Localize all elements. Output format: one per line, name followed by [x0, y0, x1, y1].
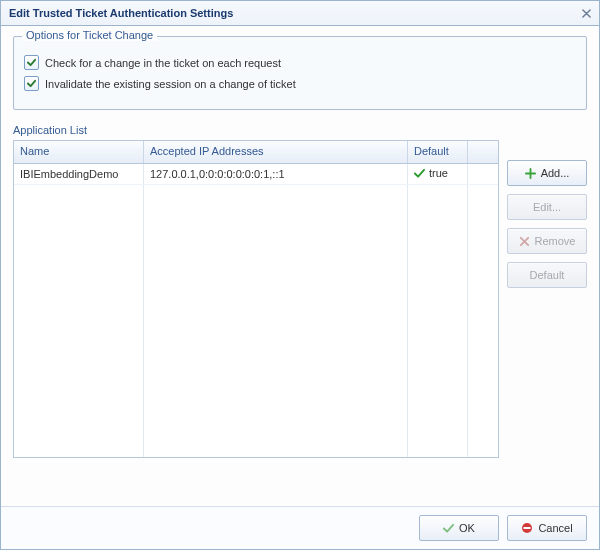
close-icon[interactable] [579, 6, 593, 20]
application-area: Name Accepted IP Addresses Default IBIEm… [13, 140, 587, 458]
options-group: Options for Ticket Change Check for a ch… [13, 36, 587, 110]
application-list-label: Application List [13, 124, 587, 136]
side-buttons: Add... Edit... Remove Default [507, 140, 587, 458]
dialog-footer: OK Cancel [1, 506, 599, 549]
cell-default: true [408, 167, 468, 181]
cell-name: IBIEmbeddingDemo [14, 168, 144, 180]
edit-button-label: Edit... [533, 201, 561, 213]
options-legend: Options for Ticket Change [22, 29, 157, 41]
checkbox-checked-icon[interactable] [24, 55, 39, 70]
check-icon [443, 523, 454, 534]
stop-icon [521, 522, 533, 534]
check-icon [414, 168, 425, 179]
col-header-ip[interactable]: Accepted IP Addresses [144, 141, 408, 163]
remove-button[interactable]: Remove [507, 228, 587, 254]
cancel-button-label: Cancel [538, 522, 572, 534]
check-row-invalidate[interactable]: Invalidate the existing session on a cha… [24, 76, 576, 91]
cancel-button[interactable]: Cancel [507, 515, 587, 541]
add-button-label: Add... [541, 167, 570, 179]
dialog-window: Edit Trusted Ticket Authentication Setti… [0, 0, 600, 550]
check-label-change: Check for a change in the ticket on each… [45, 57, 281, 69]
plus-icon [525, 168, 536, 179]
remove-button-label: Remove [535, 235, 576, 247]
svg-rect-1 [524, 527, 531, 529]
default-button-label: Default [530, 269, 565, 281]
cell-ip: 127.0.0.1,0:0:0:0:0:0:0:1,::1 [144, 168, 408, 180]
check-label-invalidate: Invalidate the existing session on a cha… [45, 78, 296, 90]
delete-icon [519, 236, 530, 247]
table-row[interactable]: IBIEmbeddingDemo 127.0.0.1,0:0:0:0:0:0:0… [14, 164, 498, 185]
checkbox-checked-icon[interactable] [24, 76, 39, 91]
grid-body[interactable]: IBIEmbeddingDemo 127.0.0.1,0:0:0:0:0:0:0… [14, 164, 498, 457]
titlebar: Edit Trusted Ticket Authentication Setti… [1, 1, 599, 26]
col-header-default[interactable]: Default [408, 141, 468, 163]
add-button[interactable]: Add... [507, 160, 587, 186]
dialog-title: Edit Trusted Ticket Authentication Setti… [9, 7, 233, 19]
grid-header: Name Accepted IP Addresses Default [14, 141, 498, 164]
edit-button[interactable]: Edit... [507, 194, 587, 220]
col-header-extra [468, 141, 498, 163]
cell-default-text: true [429, 167, 448, 179]
default-button[interactable]: Default [507, 262, 587, 288]
ok-button-label: OK [459, 522, 475, 534]
col-header-name[interactable]: Name [14, 141, 144, 163]
check-row-change[interactable]: Check for a change in the ticket on each… [24, 55, 576, 70]
ok-button[interactable]: OK [419, 515, 499, 541]
dialog-body: Options for Ticket Change Check for a ch… [1, 26, 599, 506]
application-grid[interactable]: Name Accepted IP Addresses Default IBIEm… [13, 140, 499, 458]
